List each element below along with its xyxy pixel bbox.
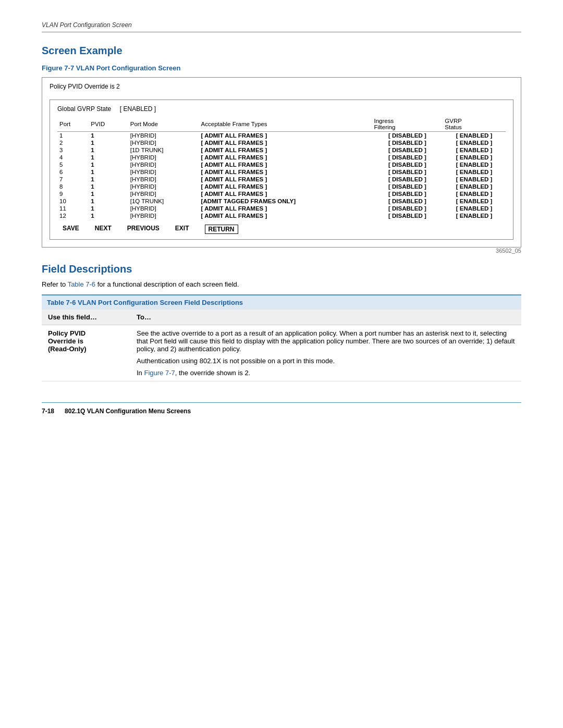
cell-pvid: 1 [89, 176, 128, 183]
cell-gvrp: [ ENABLED ] [443, 183, 506, 190]
cell-port: 5 [57, 161, 89, 168]
cell-port: 12 [57, 212, 89, 219]
policy-pvid-line: Policy PVID Override is 2 [50, 83, 513, 90]
cell-ingress: [ DISABLED ] [372, 212, 443, 219]
screen-footer: SAVE NEXT PREVIOUS EXIT RETURN [57, 225, 506, 234]
field-desc-intro: Refer to Table 7-6 for a functional desc… [42, 280, 521, 288]
outer-screen-box: Policy PVID Override is 2 Global GVRP St… [42, 77, 521, 248]
cell-mode: [HYBRID] [128, 212, 199, 219]
cell-ingress: [ DISABLED ] [372, 205, 443, 212]
cell-mode: [HYBRID] [128, 161, 199, 168]
cell-frame: [ ADMIT ALL FRAMES ] [199, 190, 372, 198]
footer-page-num: 7-18 [42, 408, 54, 415]
cell-pvid: 1 [89, 139, 128, 146]
port-table: Port PVID Port Mode Acceptable Frame Typ… [57, 117, 506, 219]
desc-table: Use this field… To… Policy PVIDOverride … [42, 310, 521, 381]
table-link[interactable]: Table 7-6 [68, 280, 95, 288]
th-mode: Port Mode [128, 117, 199, 132]
table-row: 91[HYBRID][ ADMIT ALL FRAMES ][ DISABLED… [57, 190, 506, 198]
cell-mode: [1D TRUNK] [128, 146, 199, 154]
screen-example-section: Screen Example Figure 7-7 VLAN Port Conf… [42, 45, 521, 254]
cell-frame: [ADMIT TAGGED FRAMES ONLY] [199, 198, 372, 205]
cell-mode: [1Q TRUNK] [128, 198, 199, 205]
cell-pvid: 1 [89, 212, 128, 219]
col2-header: To… [130, 310, 521, 325]
btn-save[interactable]: SAVE [63, 225, 79, 234]
table-row: 121[HYBRID][ ADMIT ALL FRAMES ][ DISABLE… [57, 212, 506, 219]
figure-link[interactable]: Figure 7-7 [144, 369, 175, 377]
cell-pvid: 1 [89, 198, 128, 205]
cell-port: 2 [57, 139, 89, 146]
th-ingress: IngressFiltering [372, 117, 443, 132]
cell-ingress: [ DISABLED ] [372, 161, 443, 168]
table-row: 81[HYBRID][ ADMIT ALL FRAMES ][ DISABLED… [57, 183, 506, 190]
cell-gvrp: [ ENABLED ] [443, 205, 506, 212]
cell-gvrp: [ ENABLED ] [443, 154, 506, 161]
cell-port: 10 [57, 198, 89, 205]
table-row: 31[1D TRUNK][ ADMIT ALL FRAMES ][ DISABL… [57, 146, 506, 154]
cell-gvrp: [ ENABLED ] [443, 190, 506, 198]
figure-label: Figure 7-7 VLAN Port Configuration Scree… [42, 64, 521, 72]
table-label: Table 7-6 VLAN Port Configuration Screen… [42, 294, 521, 310]
section-title: Screen Example [42, 45, 521, 57]
cell-ingress: [ DISABLED ] [372, 154, 443, 161]
cell-ingress: [ DISABLED ] [372, 183, 443, 190]
cell-mode: [HYBRID] [128, 176, 199, 183]
table-row: 71[HYBRID][ ADMIT ALL FRAMES ][ DISABLED… [57, 176, 506, 183]
cell-frame: [ ADMIT ALL FRAMES ] [199, 132, 372, 140]
cell-frame: [ ADMIT ALL FRAMES ] [199, 183, 372, 190]
cell-port: 3 [57, 146, 89, 154]
th-port: Port [57, 117, 89, 132]
cell-mode: [HYBRID] [128, 168, 199, 176]
cell-pvid: 1 [89, 205, 128, 212]
btn-next[interactable]: NEXT [95, 225, 112, 234]
cell-mode: [HYBRID] [128, 190, 199, 198]
cell-ingress: [ DISABLED ] [372, 198, 443, 205]
th-frame: Acceptable Frame Types [199, 117, 372, 132]
cell-gvrp: [ ENABLED ] [443, 139, 506, 146]
cell-mode: [HYBRID] [128, 132, 199, 140]
btn-return[interactable]: RETURN [205, 225, 238, 234]
cell-port: 6 [57, 168, 89, 176]
inner-screen-box: Global GVRP State [ ENABLED ] Port PVID … [50, 100, 513, 240]
cell-frame: [ ADMIT ALL FRAMES ] [199, 154, 372, 161]
cell-frame: [ ADMIT ALL FRAMES ] [199, 139, 372, 146]
field-descriptions-section: Field Descriptions Refer to Table 7-6 fo… [42, 263, 521, 381]
cell-frame: [ ADMIT ALL FRAMES ] [199, 161, 372, 168]
field-desc-cell: See the active override to a port as a r… [130, 325, 521, 381]
gvrp-state-label: Global GVRP State [57, 105, 111, 113]
cell-gvrp: [ ENABLED ] [443, 212, 506, 219]
cell-pvid: 1 [89, 190, 128, 198]
btn-previous[interactable]: PREVIOUS [127, 225, 160, 234]
footer-text: 7-18 802.1Q VLAN Configuration Menu Scre… [42, 408, 191, 415]
field-desc-title: Field Descriptions [42, 263, 521, 275]
figure-id: 36502_05 [42, 248, 521, 254]
cell-gvrp: [ ENABLED ] [443, 161, 506, 168]
cell-ingress: [ DISABLED ] [372, 132, 443, 140]
breadcrumb: VLAN Port Configuration Screen [42, 21, 132, 29]
table-row: 21[HYBRID][ ADMIT ALL FRAMES ][ DISABLED… [57, 139, 506, 146]
cell-frame: [ ADMIT ALL FRAMES ] [199, 205, 372, 212]
cell-gvrp: [ ENABLED ] [443, 198, 506, 205]
cell-pvid: 1 [89, 146, 128, 154]
cell-port: 11 [57, 205, 89, 212]
table-row: 51[HYBRID][ ADMIT ALL FRAMES ][ DISABLED… [57, 161, 506, 168]
cell-gvrp: [ ENABLED ] [443, 176, 506, 183]
cell-ingress: [ DISABLED ] [372, 168, 443, 176]
cell-gvrp: [ ENABLED ] [443, 168, 506, 176]
top-header: VLAN Port Configuration Screen [42, 21, 521, 32]
btn-exit[interactable]: EXIT [175, 225, 189, 234]
page-footer: 7-18 802.1Q VLAN Configuration Menu Scre… [42, 402, 521, 415]
cell-pvid: 1 [89, 161, 128, 168]
cell-mode: [HYBRID] [128, 183, 199, 190]
cell-ingress: [ DISABLED ] [372, 139, 443, 146]
cell-ingress: [ DISABLED ] [372, 176, 443, 183]
gvrp-state-value: [ ENABLED ] [120, 105, 156, 113]
cell-pvid: 1 [89, 183, 128, 190]
cell-port: 8 [57, 183, 89, 190]
cell-pvid: 1 [89, 168, 128, 176]
cell-mode: [HYBRID] [128, 205, 199, 212]
cell-gvrp: [ ENABLED ] [443, 132, 506, 140]
cell-pvid: 1 [89, 154, 128, 161]
cell-ingress: [ DISABLED ] [372, 190, 443, 198]
